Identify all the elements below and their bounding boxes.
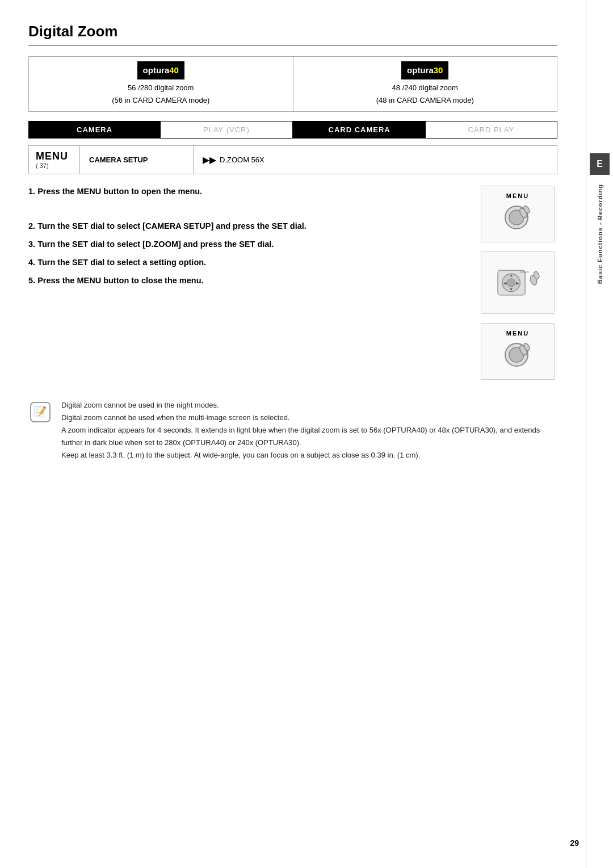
steps-text: 1. Press the MENU button to open the men… <box>28 186 467 380</box>
mode-tabs: CAMERA PLAY (VCR) CARD CAMERA CARD PLAY <box>28 121 557 139</box>
page-number: 29 <box>570 838 579 848</box>
model-30-spec1: 48 /240 digital zoom <box>303 82 548 94</box>
comparison-table: optura40 56 /280 digital zoom (56 in CAR… <box>28 56 557 112</box>
step-1: 1. Press the MENU button to open the men… <box>28 186 467 198</box>
note-1: Digital zoom cannot be used in the night… <box>61 399 557 412</box>
note-4: Keep at least 3.3 ft. (1 m) to the subje… <box>61 449 557 462</box>
menu-value: ▶▶ D.ZOOM 56X <box>194 146 557 174</box>
menu-arrow-icon: ▶▶ <box>203 154 216 165</box>
model-40-spec1: 56 /280 digital zoom <box>38 82 284 94</box>
model-badge-40: optura40 <box>38 61 284 82</box>
menu-item-text: CAMERA SETUP <box>89 156 148 164</box>
menu-item: CAMERA SETUP <box>80 146 194 174</box>
tab-play-vcr[interactable]: PLAY (VCR) <box>161 121 292 138</box>
model-40-spec2: (56 in CARD CAMERA mode) <box>38 94 284 107</box>
model-badge-30: optura30 <box>303 61 548 82</box>
menu-button-illustration-1: MENU <box>481 186 555 242</box>
tab-card-play[interactable]: CARD PLAY <box>426 121 557 138</box>
illustrations: MENU <box>478 186 557 380</box>
note-2: Digital zoom cannot be used when the mul… <box>61 412 557 424</box>
set-dial-svg: ▲ ▼ ◀ ▶ OPEN <box>492 263 543 303</box>
svg-point-6 <box>507 279 515 287</box>
menu-illus-label-2: MENU <box>506 330 529 337</box>
tab-card-camera[interactable]: CARD CAMERA <box>294 121 426 138</box>
set-dial-illustration: ▲ ▼ ◀ ▶ OPEN <box>481 251 555 314</box>
menu-page-ref: ( 37) <box>36 162 73 169</box>
step-5: 5. Press the MENU button to close the me… <box>28 275 467 287</box>
right-sidebar: E Basic Functions - Recording <box>586 0 613 868</box>
menu-row: MENU ( 37) CAMERA SETUP ▶▶ D.ZOOM 56X <box>28 145 557 174</box>
menu-label: MENU <box>36 150 73 162</box>
svg-text:▼: ▼ <box>509 287 513 291</box>
note-section: 📝 Digital zoom cannot be used in the nig… <box>28 393 557 462</box>
menu-illus-label-1: MENU <box>506 192 529 199</box>
menu-button-svg-2 <box>501 339 535 373</box>
sidebar-section-label: Basic Functions - Recording <box>597 184 603 284</box>
menu-button-illustration-2: MENU <box>481 323 555 380</box>
steps-section: 1. Press the MENU button to open the men… <box>28 186 557 380</box>
menu-button-svg-1 <box>501 202 535 236</box>
tab-camera[interactable]: CAMERA <box>29 121 161 138</box>
model-30-spec2: (48 in CARD CAMERA mode) <box>303 94 548 107</box>
menu-value-text: D.ZOOM 56X <box>220 156 264 164</box>
page-title: Digital Zoom <box>28 23 557 46</box>
svg-text:📝: 📝 <box>34 405 47 418</box>
e-label: E <box>590 153 610 175</box>
note-3: A zoom indicator appears for 4 seconds. … <box>61 424 557 449</box>
note-icon: 📝 <box>28 400 52 424</box>
step-3: 3. Turn the SET dial to select [D.ZOOM] … <box>28 238 467 251</box>
svg-text:OPEN: OPEN <box>520 270 528 273</box>
svg-text:▲: ▲ <box>509 272 513 276</box>
step-4: 4. Turn the SET dial to select a setting… <box>28 257 467 269</box>
note-text-container: Digital zoom cannot be used in the night… <box>61 399 557 462</box>
step-2: 2. Turn the SET dial to select [CAMERA S… <box>28 220 467 233</box>
